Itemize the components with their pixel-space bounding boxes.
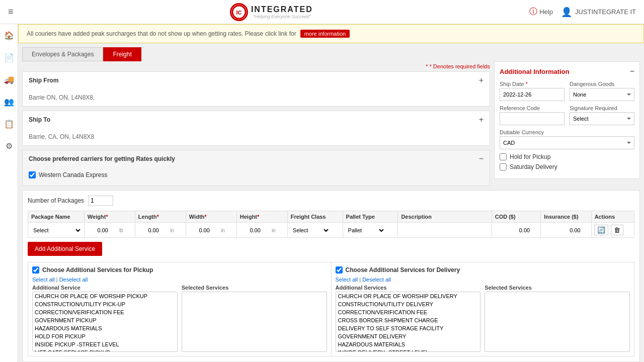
content-area: Envelopes & Packages Freight * * Denotes… <box>18 43 644 362</box>
delivery-services-label: Choose Additional Services for Delivery <box>346 266 460 274</box>
ship-to-section: Ship To + Barrie, CA, ON, L4N8X8 <box>22 111 490 146</box>
col-length: Length* <box>135 211 186 223</box>
tab-freight[interactable]: Freight <box>103 47 141 61</box>
nav-truck[interactable]: 🚚 <box>2 72 16 86</box>
ship-from-expand-icon[interactable]: + <box>479 76 484 85</box>
package-count-row: Number of Packages <box>28 196 634 206</box>
delivery-selected-label: Selected Services <box>485 285 630 291</box>
dutiable-currency-label: Dutiable Currency <box>500 129 634 135</box>
dangerous-goods-select[interactable]: None Yes <box>570 88 634 101</box>
length-input[interactable] <box>137 226 168 234</box>
collapse-icon[interactable]: − <box>630 67 634 76</box>
delete-row-button[interactable]: 🗑 <box>611 225 623 235</box>
pickup-services-cols: Additional Service CHURCH OR PLACE OF WO… <box>32 285 327 352</box>
carrier-checkbox[interactable] <box>29 171 36 178</box>
cell-width: in <box>186 223 236 238</box>
pickup-services-label: Choose Additional Services for Pickup <box>42 266 153 274</box>
more-info-link[interactable]: more information <box>300 30 350 38</box>
tab-envelopes-packages[interactable]: Envelopes & Packages <box>22 47 103 61</box>
pickup-selected-list[interactable] <box>182 292 327 352</box>
ship-to-label: Ship To <box>29 116 50 123</box>
delivery-services-checkbox[interactable] <box>336 266 343 274</box>
delivery-available-list[interactable]: CHURCH OR PLACE OF WORSHIP DELIVERY CONS… <box>336 292 481 352</box>
carriers-section: Choose preferred carriers for getting Ra… <box>22 150 490 186</box>
delivery-available-label: Additional Services <box>336 285 481 291</box>
layout: 🏠 📄 🚚 👥 📋 ⚙ All couriers have added peak… <box>0 24 644 362</box>
description-input[interactable] <box>400 226 489 234</box>
cell-cod <box>492 223 540 238</box>
ship-to-value: Barrie, CA, ON, L4N8X8 <box>29 132 484 141</box>
reference-signature-row: Reference Code Signature Required Select… <box>500 105 634 125</box>
saturday-delivery-checkbox[interactable] <box>500 163 507 170</box>
cod-input[interactable] <box>503 226 538 234</box>
delivery-select-all[interactable]: Select all <box>336 277 358 283</box>
cell-pallet-type: Pallet <box>343 223 398 238</box>
delivery-selected: Selected Services <box>485 285 630 352</box>
delivery-select-deselect: Select all | Deselect all <box>336 277 630 283</box>
pickup-available: Additional Service CHURCH OR PLACE OF WO… <box>32 285 178 352</box>
col-height: Height* <box>236 211 287 223</box>
hamburger-menu[interactable]: ≡ <box>8 7 14 17</box>
user-label: JUSTINTEGRATE IT <box>575 8 636 16</box>
packages-section: Number of Packages Package Name Weight* … <box>22 190 640 362</box>
ship-from-header[interactable]: Ship From + <box>23 72 490 89</box>
add-additional-service-button[interactable]: Add Additional Service <box>28 242 102 256</box>
hold-for-pickup-checkbox[interactable] <box>500 153 507 160</box>
ship-to-header[interactable]: Ship To + <box>23 111 490 128</box>
package-count-input[interactable] <box>88 196 113 206</box>
pickup-select-all[interactable]: Select all <box>32 277 55 283</box>
reference-code-input[interactable] <box>500 112 565 125</box>
user-menu[interactable]: 👤 JUSTINTEGRATE IT <box>561 7 636 18</box>
carrier-name: Western Canada Express <box>39 171 108 178</box>
nav-home[interactable]: 🏠 <box>2 28 16 42</box>
delivery-selected-list[interactable] <box>485 292 630 352</box>
col-width: Width* <box>186 211 236 223</box>
nav-settings[interactable]: ⚙ <box>2 139 16 153</box>
reference-code-group: Reference Code <box>500 105 565 125</box>
banner-text: All couriers have added peak surcharges … <box>27 30 296 37</box>
carriers-header[interactable]: Choose preferred carriers for getting Ra… <box>23 150 490 167</box>
reference-code-label: Reference Code <box>500 105 565 111</box>
pallet-type-select[interactable]: Pallet <box>345 226 385 235</box>
ship-date-input[interactable] <box>500 88 565 101</box>
cell-height: in <box>236 223 287 238</box>
pickup-available-label: Additional Service <box>32 285 178 291</box>
height-input[interactable] <box>239 226 269 234</box>
signature-required-label: Signature Required <box>570 105 634 111</box>
signature-required-select[interactable]: Select Yes No <box>570 112 634 125</box>
ship-date-group: Ship Date * <box>500 81 565 101</box>
height-unit: in <box>272 228 276 233</box>
width-input[interactable] <box>188 226 218 234</box>
delivery-deselect-all[interactable]: Deselect all <box>362 277 391 283</box>
col-weight: Weight* <box>84 211 135 223</box>
nav-reports[interactable]: 📋 <box>2 117 16 131</box>
left-col: * * Denotes required fields Ship From + … <box>22 61 490 190</box>
freight-class-select[interactable]: Select <box>290 226 330 235</box>
user-icon: 👤 <box>561 7 572 18</box>
nav-docs[interactable]: 📄 <box>2 50 16 64</box>
weight-input[interactable] <box>87 226 117 234</box>
pickup-available-list[interactable]: CHURCH OR PLACE OF WORSHIP PICKUP CONSTR… <box>32 292 178 352</box>
header-right: ⓘ Help 👤 JUSTINTEGRATE IT <box>529 7 636 18</box>
carriers-collapse-icon[interactable]: − <box>479 154 484 163</box>
logo-icon: IC <box>230 3 248 21</box>
insurance-input[interactable] <box>554 226 589 234</box>
pickup-services-checkbox[interactable] <box>32 266 39 274</box>
pickup-services-header: Choose Additional Services for Pickup <box>32 266 327 274</box>
dutiable-currency-select[interactable]: CAD USD <box>500 136 634 149</box>
copy-row-button[interactable]: 🔄 <box>594 225 608 235</box>
sidenav: 🏠 📄 🚚 👥 📋 ⚙ <box>0 24 18 362</box>
packages-table: Package Name Weight* Length* Width* Heig… <box>28 211 634 238</box>
signature-required-group: Signature Required Select Yes No <box>570 105 634 125</box>
additional-info-panel: Additional Information − Ship Date * Dan… <box>494 61 640 190</box>
ship-from-section: Ship From + Barrie ON, ON, L4N8X8, <box>22 71 490 107</box>
ship-to-expand-icon[interactable]: + <box>479 115 484 124</box>
help-link[interactable]: ⓘ Help <box>529 7 553 17</box>
carrier-western-canada: Western Canada Express <box>29 171 484 178</box>
help-icon: ⓘ <box>529 7 537 17</box>
pickup-select-deselect: Select all | Deselect all <box>32 277 327 283</box>
package-name-select[interactable]: Select <box>30 226 82 235</box>
nav-users[interactable]: 👥 <box>2 95 16 109</box>
pickup-deselect-all[interactable]: Deselect all <box>59 277 88 283</box>
width-unit: in <box>221 228 225 233</box>
